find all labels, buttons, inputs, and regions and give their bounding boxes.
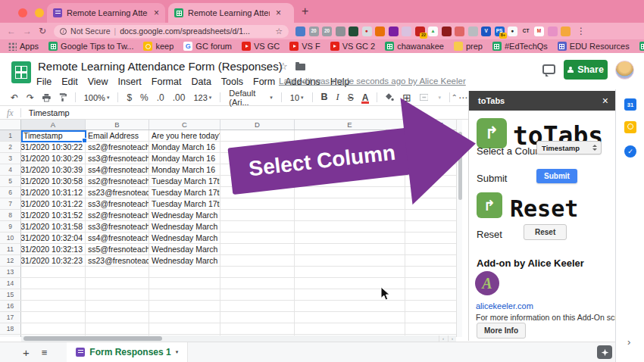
table-row[interactable]: 7 3/31/2020 10:31:22 ss3@fresnoteach.org… [0,198,456,210]
add-sheet-button[interactable]: + [23,346,30,359]
extension-icon[interactable] [455,27,464,36]
table-row[interactable]: 3 3/31/2020 10:30:29 ss3@fresnoteach.org… [0,153,456,164]
row-number[interactable]: 17 [0,312,21,323]
increase-decimal-button[interactable]: .00 [173,93,186,102]
answer-cell[interactable]: Wednesday March 18th [149,210,220,220]
merge-cells-icon[interactable] [420,93,429,101]
bookmark-item[interactable]: prep [454,42,483,51]
cell-b1[interactable]: Email Address [86,130,149,141]
email-cell[interactable]: ss2@fresnoteach.org [86,210,149,220]
bookmark-item[interactable]: EDU Resources [558,42,630,51]
answer-cell[interactable]: Tuesday March 17th [149,198,220,209]
row-number[interactable]: 4 [0,164,21,175]
extension-icon[interactable]: ● [362,27,372,36]
extension-icon[interactable] [349,27,358,36]
timestamp-cell[interactable]: 3/31/2020 10:31:52 [21,210,86,220]
table-row[interactable]: 9 3/31/2020 10:31:58 ss3@fresnoteach.org… [0,221,456,232]
email-cell[interactable]: ss3@fresnoteach.org [86,153,149,164]
empty-row[interactable]: 16 [0,301,456,312]
alicekeeler-link[interactable]: alicekeeler.com [476,301,533,311]
row-number[interactable]: 16 [0,301,21,311]
extension-icon[interactable] [561,27,571,36]
select-all-corner[interactable] [0,120,21,130]
extension-icon[interactable]: V [481,27,491,36]
extension-icon[interactable]: 20 [309,27,319,36]
bookmark-item[interactable]: Apps [8,42,39,51]
answer-cell[interactable]: Tuesday March 17th [149,176,220,186]
row-number[interactable]: 13 [0,267,21,277]
format-percent-button[interactable]: % [140,93,148,102]
bold-button[interactable]: B [321,92,328,102]
row-number[interactable]: 12 [0,255,21,266]
answer-cell[interactable]: Monday March 16 [149,153,220,164]
cell-c1[interactable]: Are you here today? [149,130,220,141]
table-row[interactable]: 6 3/31/2020 10:31:12 ss23@fresnoteach.or… [0,187,456,198]
close-icon[interactable]: × [602,95,608,107]
row-number[interactable]: 1 [0,130,21,141]
selected-cell-outline[interactable] [21,130,86,142]
menu-item[interactable]: Edit [61,76,78,87]
extension-icon[interactable] [336,27,345,36]
bookmark-item[interactable]: VS GC [242,42,280,51]
table-row[interactable]: 2 3/31/2020 10:30:22 ss2@fresnoteach.org… [0,142,456,153]
zoom-select[interactable]: 100%▾ [84,93,110,102]
extension-icon[interactable]: PS 8+ [495,27,505,36]
back-icon[interactable]: ← [7,26,16,36]
redo-icon[interactable]: ↷ [27,93,34,102]
window-control-button[interactable] [18,8,27,17]
extension-icon[interactable] [548,27,558,36]
menu-item[interactable]: Data [191,76,211,87]
timestamp-cell[interactable]: 3/31/2020 10:32:04 [21,232,86,243]
paint-format-icon[interactable] [59,92,67,102]
timestamp-cell[interactable]: 3/31/2020 10:32:13 [21,244,86,254]
extension-icon[interactable]: ● [508,27,517,36]
text-color-button[interactable]: A [362,93,369,102]
row-number[interactable]: 18 [0,323,21,334]
bookmark-item[interactable]: Google Tips to Tw... [48,42,133,51]
extension-icon[interactable]: CT [521,27,531,36]
row-number[interactable]: 14 [0,278,21,289]
extension-icon[interactable] [375,27,385,36]
column-header[interactable]: C [149,120,220,130]
font-select[interactable]: Default (Ari...▾ [229,89,272,107]
row-number[interactable]: 11 [0,244,21,254]
table-row[interactable]: 4 3/31/2020 10:30:39 ss4@fresnoteach.org… [0,164,456,176]
column-select[interactable]: Timestamp [536,141,602,154]
extension-icon[interactable]: 20 [322,27,332,36]
extension-icon[interactable] [442,27,452,36]
vertical-scrollbar[interactable] [456,120,462,337]
browser-tab-sheets[interactable]: Remote Learning Attendance × [168,3,294,23]
extension-icon[interactable] [389,27,399,36]
extension-icon[interactable] [402,27,411,36]
email-cell[interactable]: ss23@fresnoteach.org [86,187,149,198]
move-folder-icon[interactable] [295,64,305,70]
extension-icon[interactable] [468,27,478,36]
submit-button[interactable]: Submit [536,169,577,183]
bookmark-item[interactable]: G GC forum [183,42,232,51]
all-sheets-icon[interactable]: ≡ [42,347,48,358]
extension-icon[interactable]: M [534,27,544,36]
menu-item[interactable]: Format [152,76,182,87]
star-document-icon[interactable]: ☆ [279,61,288,72]
format-currency-button[interactable]: $ [127,93,132,102]
strikethrough-button[interactable]: S [348,93,354,102]
new-tab-button[interactable]: + [302,5,308,18]
bookmark-item[interactable]: VS GC 2 [330,42,375,51]
horizontal-scrollbar-thumb[interactable] [23,336,162,341]
email-cell[interactable]: ss3@fresnoteach.org [86,198,149,209]
email-cell[interactable]: ss5@fresnoteach.org [86,244,149,254]
email-cell[interactable]: ss3@fresnoteach.org [86,221,149,232]
forward-icon[interactable]: → [23,26,32,36]
info-icon[interactable]: i [60,28,67,35]
email-cell[interactable]: ss23@fresnoteach.org [86,255,149,266]
sheet-tab-form-responses[interactable]: Form Responses 1 ▾ [67,342,188,362]
column-header[interactable]: F [405,120,456,130]
email-cell[interactable]: ss4@fresnoteach.org [86,164,149,175]
address-bar[interactable]: i Not Secure | docs.google.com/spreadshe… [54,25,289,38]
answer-cell[interactable]: Tuesday March 17th [149,187,220,198]
table-row[interactable]: 8 3/31/2020 10:31:52 ss2@fresnoteach.org… [0,210,456,221]
print-icon[interactable] [42,93,51,102]
number-format-button[interactable]: 123▾ [193,93,211,102]
keep-icon[interactable] [624,121,636,133]
reset-button[interactable]: Reset [524,224,567,240]
